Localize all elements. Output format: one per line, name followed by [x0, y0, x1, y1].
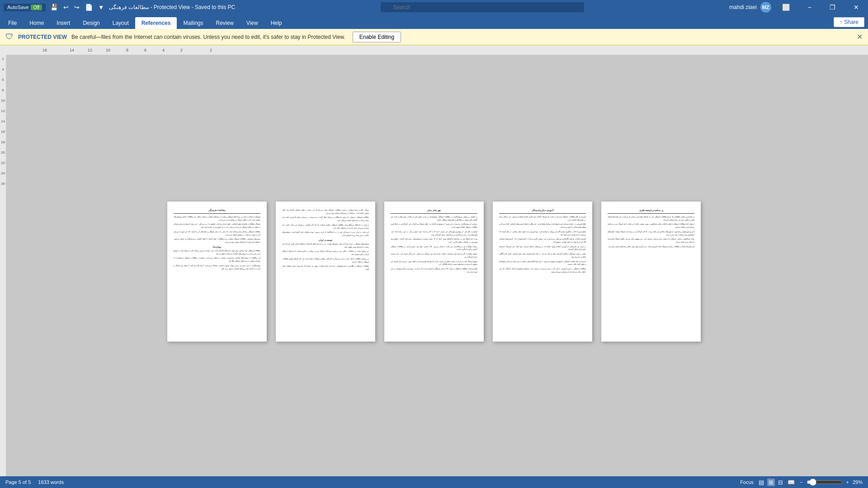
ruler-num-10: 10 — [106, 48, 110, 52]
page-1-para-5: مطالعات فرهنگی ابزار مناسبی برای فهم پدی… — [174, 249, 260, 255]
minimize-btn[interactable]: − — [801, 0, 819, 14]
tab-view[interactable]: View — [240, 17, 264, 29]
shield-icon: 🛡 — [5, 32, 14, 42]
customize-icon[interactable]: ▼ — [96, 3, 106, 12]
page-1-para-3: مطالعات فرهنگی، رشته‌ای میان‌رشته‌ای است… — [174, 230, 260, 236]
page-3-title: چهر های مبارز — [391, 209, 477, 214]
page-3-para-4: وی با نقد فرهنگ پاپ و رسانه‌ها دیدگاه‌ها… — [391, 238, 477, 244]
web-layout-icon[interactable]: ⊟ — [777, 479, 784, 486]
title-bar: AutoSave Off 💾 ↩ ↪ 📄 ▼ مطالعات فرهنگی - … — [0, 0, 868, 14]
save-icon[interactable]: 💾 — [48, 3, 60, 12]
vertical-ruler: 2 4 6 8 10 12 14 16 18 20 22 24 26 — [0, 55, 6, 488]
ruler-num-6: 6 — [144, 48, 146, 52]
main-content: 2 4 6 8 10 12 14 16 18 20 22 24 26 مطالع — [0, 55, 868, 488]
protected-view-banner: 🛡 PROTECTED VIEW Be careful—files from t… — [0, 29, 868, 45]
page-3-para-6: رایموند ویلیامز با آثار برجسته خود زمینه… — [391, 253, 477, 258]
page-2-para-4: این رشته در ایران نیز به تدریج جای خود ر… — [282, 231, 369, 237]
page-5-para-1: پر سابقه‌ترین نظریه مطالعاتی که تاریخ مط… — [608, 216, 694, 221]
tab-layout[interactable]: Layout — [106, 17, 135, 29]
page-4-para-5: در ایران نیز تجربه‌هایی از آموزش انتقادی… — [499, 245, 586, 251]
page-1-title: مطالعات فرهنگی — [174, 209, 260, 214]
autosave-area: AutoSave Off — [4, 4, 46, 11]
page-4: آموزش مبارز و فرهنگی آموزش از نگاه مطالع… — [493, 202, 592, 342]
tab-review[interactable]: Review — [210, 17, 240, 29]
page-2-content: رویکرد کلی و زمینه پژوهش در حوزه مطالعات… — [276, 202, 375, 280]
ruler-num-8: 8 — [126, 48, 128, 52]
page-2: رویکرد کلی و زمینه پژوهش در حوزه مطالعات… — [276, 202, 375, 342]
title-bar-left: AutoSave Off 💾 ↩ ↪ 📄 ▼ مطالعات فرهنگی - … — [4, 3, 235, 12]
word-count: 1633 words — [38, 479, 64, 485]
page-4-para-3: پائولو فریره با کتاب پداگوژی ستمدیدگان ا… — [499, 230, 586, 236]
page-1-para-7: پژوهشگران در این حوزه به بررسی تولید، تو… — [174, 264, 260, 270]
restore-btn[interactable]: ❐ — [822, 0, 843, 14]
ruler-num-14: 14 — [70, 48, 74, 52]
status-bar: Page 5 of 5 1633 words Focus ▤ ⊞ ⊟ 📖 − +… — [0, 476, 868, 488]
zoom-out-icon[interactable]: − — [800, 479, 802, 485]
tab-home[interactable]: Home — [23, 17, 50, 29]
view-icons: ▤ ⊞ ⊟ 📖 — [757, 479, 796, 486]
search-wrapper: 🔍 — [381, 2, 584, 12]
page-3-para-7: مفهوم فرهنگ عامه و نقد آن از مباحث اصلی … — [391, 260, 477, 266]
page-4-para-8: مطالعات فرهنگی در حوزه آموزش به نقد کتب … — [499, 267, 586, 273]
page-3-para-5: ریچارد هوگارت نیز از بنیانگذاران این مکت… — [391, 245, 477, 251]
user-name: mahdi ziaei — [729, 4, 757, 10]
tab-insert[interactable]: Insert — [50, 17, 76, 29]
page-1-para-4: روش‌های پژوهشی مطالعات فرهنگی متفاوت و ا… — [174, 238, 260, 244]
page-info: Page 5 of 5 — [5, 479, 31, 485]
page-5-content: پر سابقه در تاریخچه نظری پر سابقه‌ترین ن… — [601, 202, 701, 257]
new-doc-icon[interactable]: 📄 — [83, 3, 94, 12]
page-2-para-1: رویکرد کلی و زمینه پژوهش در حوزه مطالعات… — [282, 209, 369, 215]
undo-icon[interactable]: ↩ — [61, 3, 71, 12]
page-4-content: آموزش مبارز و فرهنگی آموزش از نگاه مطالع… — [493, 202, 592, 282]
autosave-label: AutoSave — [7, 5, 29, 10]
enable-editing-button[interactable]: Enable Editing — [353, 32, 401, 42]
document-area: 2 4 6 8 10 12 14 16 18 20 22 24 26 مطالع — [0, 55, 868, 488]
page-4-para-6: معلم در نقش روشنفکر ارگانیک گرامشی عمل م… — [499, 253, 586, 258]
focus-label[interactable]: Focus — [740, 479, 754, 485]
search-input[interactable] — [381, 2, 584, 12]
page-2-para-3: به ویژه در دانشگاه بیرمنگام مرکز مطالعات… — [282, 224, 369, 230]
user-avatar[interactable]: MZ — [760, 2, 771, 13]
ribbon-display-btn[interactable]: ⬜ — [775, 0, 797, 14]
banner-close-button[interactable]: ✕ — [857, 33, 863, 41]
close-btn[interactable]: ✕ — [846, 0, 866, 14]
ruler-num-2: 2 — [180, 48, 183, 52]
page-3: چهر های مبارز در گفتمان و رویکرد پژوهشگر… — [384, 202, 484, 342]
page-5-para-2: از همان ابتدا مطالعات فرهنگی با نظریه ان… — [608, 223, 694, 229]
page-3-para-1: در گفتمان و رویکرد پژوهشگران در مطالعات … — [391, 216, 477, 221]
page-2-para-2: مطالعات فرهنگی به عنوان یک رشته دانشگاهی… — [282, 216, 369, 222]
page-5-title: پر سابقه در تاریخچه نظری — [608, 209, 694, 214]
print-layout-icon[interactable]: ▤ — [757, 479, 765, 486]
tab-file[interactable]: File — [2, 17, 23, 29]
tab-design[interactable]: Design — [76, 17, 106, 29]
status-left: Page 5 of 5 1633 words — [5, 479, 64, 485]
page-2-subhead-1: توسعه در ایران — [282, 239, 369, 242]
page-1-subhead-1: رویکردها — [174, 245, 260, 249]
toolbar-icons: 💾 ↩ ↪ 📄 ▼ — [48, 3, 106, 12]
page-1-para-6: این مطالعات با رویکردهای انتقادی، تفسیری… — [174, 257, 260, 263]
page-1-content: مطالعات فرهنگی شیوه‌ای از شناخت انسان و … — [167, 202, 267, 279]
page-1-para-2: فرهنگ، مطالعات، طایفه‌ای علوم اجتماعی، ع… — [174, 223, 260, 229]
banner-title: PROTECTED VIEW — [18, 34, 67, 40]
thumbnails-icon[interactable]: ⊞ — [767, 479, 775, 486]
share-button[interactable]: ↑ Share — [834, 17, 864, 27]
zoom-in-icon[interactable]: + — [846, 479, 849, 485]
page-4-title: آموزش مبارز و فرهنگی — [499, 209, 586, 214]
page-2-para-5: پژوهش‌های فرهنگی در ایران عمدتاً بر حول … — [282, 243, 369, 249]
autosave-toggle[interactable]: Off — [31, 5, 42, 10]
page-2-para-6: دو رویکرد عمده در تحقیقات داخلی دیده می‌… — [282, 250, 369, 256]
user-area: mahdi ziaei MZ ⬜ − ❐ ✕ — [729, 0, 866, 14]
page-1: مطالعات فرهنگی شیوه‌ای از شناخت انسان و … — [167, 202, 267, 342]
page-4-para-1: آموزش از نگاه مطالعات فرهنگی ابزار قدرت … — [499, 216, 586, 221]
tab-references[interactable]: References — [135, 17, 177, 29]
horizontal-ruler: 18 14 12 10 8 6 4 2 2 — [0, 45, 868, 55]
page-5-para-5: این نظریه‌ها بعدها در مطالعات رسانه و فر… — [608, 245, 694, 249]
tab-mailings[interactable]: Mailings — [177, 17, 209, 29]
redo-icon[interactable]: ↪ — [72, 3, 81, 12]
zoom-slider[interactable] — [807, 479, 843, 486]
read-mode-icon[interactable]: 📖 — [786, 479, 796, 486]
page-5-para-4: مکتب فرانکفورت صنعت فرهنگ را به عنوان اب… — [608, 238, 694, 244]
tab-help[interactable]: Help — [264, 17, 288, 29]
banner-message: Be careful—files from the Internet can c… — [71, 34, 345, 40]
page-5: پر سابقه در تاریخچه نظری پر سابقه‌ترین ن… — [601, 202, 701, 342]
